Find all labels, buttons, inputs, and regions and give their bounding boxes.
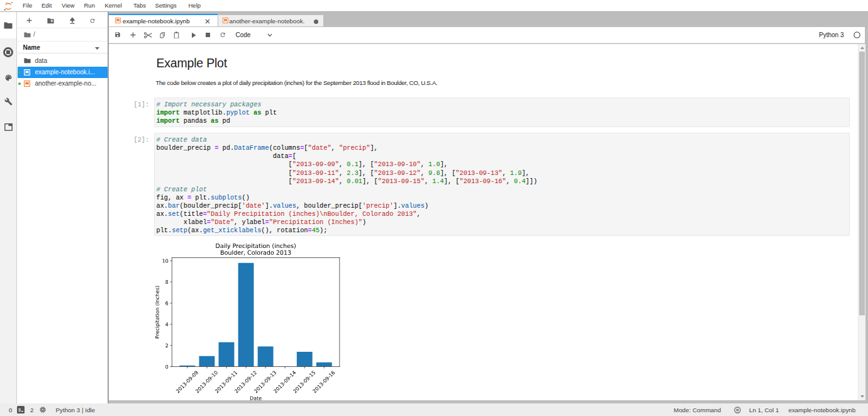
svg-text:$: $ — [18, 407, 21, 412]
